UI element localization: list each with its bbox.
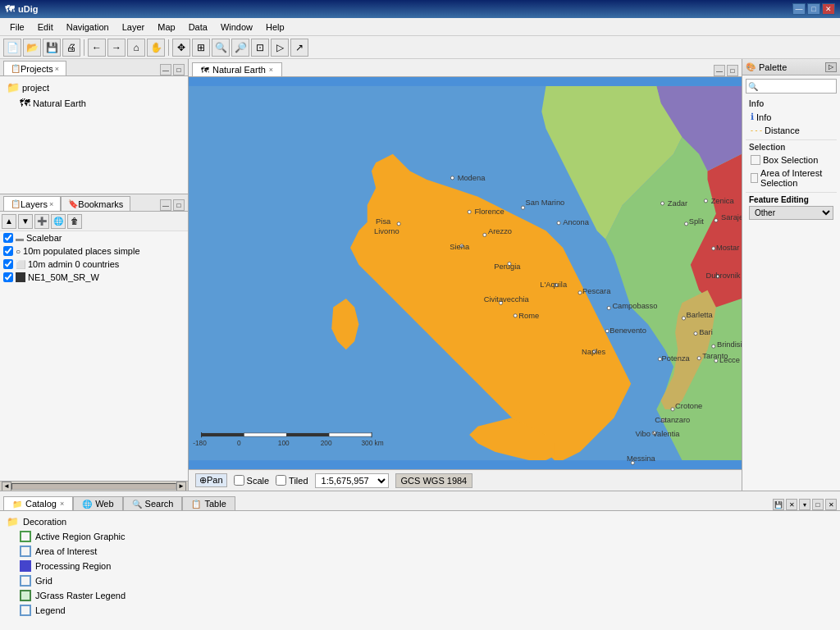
map-maximize-btn[interactable]: □ (727, 65, 738, 76)
tab-search[interactable]: 🔍 Search (123, 496, 183, 510)
menu-help[interactable]: Help (259, 21, 291, 34)
open-button[interactable]: 📂 (23, 39, 41, 57)
zoom-sel-button[interactable]: ↗ (290, 39, 308, 57)
layer-up-button[interactable]: ▲ (2, 214, 16, 229)
catalog-item-active-region[interactable]: Active Region Graphic (3, 529, 837, 544)
map-canvas[interactable]: -180 0 100 200 300 km Modena Pisa Livorn… (189, 77, 742, 469)
tab-catalog[interactable]: 📁 Catalog × (3, 496, 73, 510)
bottom-delete-btn[interactable]: ✕ (786, 499, 797, 510)
catalog-item-grid[interactable]: Grid (3, 573, 837, 588)
minimize-button[interactable]: — (792, 3, 806, 15)
zoom-all-button[interactable]: ▷ (271, 39, 289, 57)
layer-check-raster[interactable] (3, 272, 13, 282)
zoom-out-button[interactable]: 🔎 (231, 39, 249, 57)
bottom-minimize-btn[interactable]: ▾ (799, 499, 810, 510)
map-tab-natural-earth[interactable]: 🗺 Natural Earth × (192, 62, 282, 76)
info-tool-label: Info (756, 112, 771, 122)
layer-check-scalebar[interactable] (3, 233, 13, 243)
natural-earth-item[interactable]: 🗺 Natural Earth (16, 95, 185, 111)
bottom-close-btn[interactable]: ✕ (825, 499, 837, 510)
active-region-label: Active Region Graphic (35, 532, 125, 541)
svg-point-23 (397, 222, 400, 226)
menu-map[interactable]: Map (151, 21, 181, 34)
maximize-button[interactable]: □ (807, 3, 820, 15)
menu-file[interactable]: File (3, 21, 31, 34)
catalog-item-legend[interactable]: Legend (3, 603, 837, 618)
decoration-header-label: Decoration (23, 517, 66, 527)
projects-tab[interactable]: 📋 Projects × (3, 61, 66, 75)
aoi-selection-row[interactable]: Area of Interest Selection (749, 167, 833, 189)
layer-row-raster[interactable]: NE1_50M_SR_W (0, 271, 188, 284)
tab-web[interactable]: 🌐 Web (73, 496, 122, 510)
layer-globe-button[interactable]: 🌐 (51, 214, 66, 229)
menu-window[interactable]: Window (214, 21, 259, 34)
table-tab-label: Table (204, 499, 226, 509)
svg-text:Pescara: Pescara (582, 287, 611, 295)
layers-minimize[interactable]: — (160, 199, 171, 211)
distance-tool-row[interactable]: - - - Distance (749, 124, 833, 137)
scroll-left-btn[interactable]: ◄ (2, 482, 11, 491)
back-button[interactable]: ← (88, 39, 106, 57)
layer-row-countries[interactable]: ⬜ 10m admin 0 countries (0, 258, 188, 271)
bottom-maximize-btn[interactable]: □ (812, 499, 824, 510)
close-button[interactable]: ✕ (822, 3, 835, 15)
pan-button[interactable]: ✋ (147, 39, 165, 57)
projects-close[interactable]: × (55, 65, 59, 73)
tab-table[interactable]: 📋 Table (182, 496, 235, 510)
catalog-close[interactable]: × (60, 500, 64, 508)
layer-row-places[interactable]: ○ 10m populated places simple (0, 244, 188, 258)
feature-editing-dropdown[interactable]: Other (749, 206, 833, 220)
countries-icon: ⬜ (16, 260, 25, 269)
layer-check-countries[interactable] (3, 259, 13, 269)
zoom-extent-button[interactable]: ⊡ (251, 39, 269, 57)
aoi-label: Area of Interest (35, 546, 97, 556)
menu-navigation[interactable]: Navigation (60, 21, 116, 34)
save-button[interactable]: 💾 (43, 39, 61, 57)
home-button[interactable]: ⌂ (127, 39, 145, 57)
catalog-item-jgrass[interactable]: JGrass Raster Legend (3, 588, 837, 603)
layer-down-button[interactable]: ▼ (18, 214, 33, 229)
move-button[interactable]: ✥ (172, 39, 190, 57)
pan-tool-label[interactable]: ⊕Pan (195, 473, 227, 487)
scale-select[interactable]: 1:5,675,957 (315, 473, 389, 488)
menu-edit[interactable]: Edit (31, 21, 60, 34)
palette-search-input[interactable] (746, 79, 837, 94)
menu-layer[interactable]: Layer (116, 21, 152, 34)
layers-close[interactable]: × (49, 200, 53, 208)
layer-add-button[interactable]: ➕ (34, 214, 49, 229)
catalog-decoration-header[interactable]: 📁 Decoration (3, 514, 837, 529)
bottom-save-btn[interactable]: 💾 (773, 499, 784, 510)
info-icon: ℹ (751, 112, 754, 122)
map-minimize-btn[interactable]: — (714, 65, 725, 76)
catalog-item-processing[interactable]: Processing Region (3, 559, 837, 573)
projects-minimize[interactable]: — (160, 64, 171, 75)
catalog-item-aoi[interactable]: Area of Interest (3, 544, 837, 559)
zoom-in-button[interactable]: 🔍 (212, 39, 230, 57)
map-tab-close[interactable]: × (269, 66, 273, 74)
menu-data[interactable]: Data (182, 21, 214, 34)
box-selection-row[interactable]: Box Selection (749, 153, 833, 167)
layers-maximize[interactable]: □ (173, 199, 185, 211)
scroll-track[interactable] (11, 483, 176, 490)
palette-expand-btn[interactable]: ▷ (825, 62, 837, 72)
projects-maximize[interactable]: □ (173, 64, 185, 75)
tiled-checkbox[interactable] (276, 475, 286, 486)
bookmarks-tab[interactable]: 🔖 Bookmarks (61, 196, 130, 211)
scale-checkbox[interactable] (234, 475, 244, 486)
layers-tab[interactable]: 📋 Layers × (3, 196, 61, 211)
svg-point-56 (578, 291, 582, 294)
layer-row-scalebar[interactable]: ▬ Scalebar (0, 231, 188, 244)
tiled-checkbox-label: Tiled (276, 475, 308, 486)
layer-check-places[interactable] (3, 246, 13, 256)
svg-text:Campobasso: Campobasso (612, 302, 657, 310)
svg-text:Livorno: Livorno (374, 227, 399, 235)
info-tool-row[interactable]: ℹ Info (749, 110, 833, 124)
forward-button[interactable]: → (107, 39, 126, 57)
new-button[interactable]: 📄 (3, 39, 21, 57)
project-item[interactable]: 📁 project (3, 80, 185, 95)
layer-delete-button[interactable]: 🗑 (67, 214, 82, 229)
print-button[interactable]: 🖨 (62, 39, 80, 57)
zoom-box-button[interactable]: ⊞ (192, 39, 210, 57)
scroll-right-btn[interactable]: ► (176, 482, 186, 491)
svg-text:Ancona: Ancona (563, 218, 589, 226)
